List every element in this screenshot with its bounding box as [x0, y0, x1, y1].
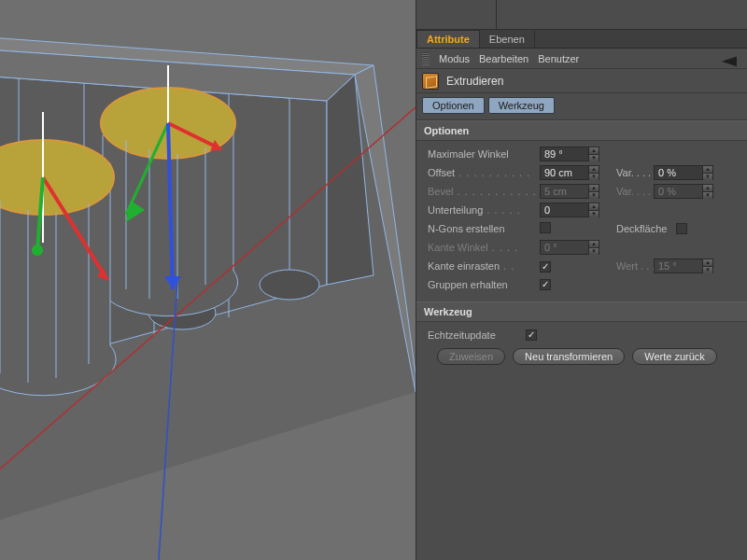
input-offset[interactable] [540, 165, 588, 180]
viewport-3d[interactable] [0, 0, 416, 560]
svg-point-13 [260, 270, 319, 300]
button-neu-transformieren[interactable]: Neu transformieren [513, 348, 625, 365]
input-offset-var[interactable] [654, 165, 702, 180]
spinner-max-winkel[interactable]: ▲▼ [588, 147, 599, 161]
label-max-winkel: Maximaler Winkel [428, 148, 540, 160]
button-werte-zurueck[interactable]: Werte zurück [632, 348, 717, 365]
subtab-optionen[interactable]: Optionen [422, 97, 485, 114]
extrude-icon [422, 73, 439, 90]
section-optionen: Maximaler Winkel ▲▼ Offset . . . . . . .… [416, 141, 747, 301]
spinner-wert[interactable]: ▲▼ [702, 259, 713, 273]
grip-handle[interactable] [422, 52, 430, 65]
section-werkzeug: Echtzeitupdate ✓ Zuweisen Neu transformi… [416, 322, 747, 376]
spinner-offset[interactable]: ▲▼ [588, 165, 599, 180]
label-bevel-var: Var. . . . . [599, 186, 654, 197]
label-deckflaeche: Deckfläche [599, 223, 676, 234]
label-ngons: N-Gons erstellen [428, 223, 540, 234]
label-kante-winkel: Kante Winkel . . . . [428, 242, 540, 253]
checkbox-kante-einrasten[interactable]: ✓ [540, 261, 551, 273]
section-title-werkzeug: Werkzeug [416, 301, 747, 322]
checkbox-echtzeit[interactable]: ✓ [526, 329, 537, 341]
tab-attribute[interactable]: Attribute [416, 30, 480, 48]
checkbox-ngons[interactable] [540, 222, 551, 233]
attribute-menubar: Modus Bearbeiten Benutzer ◄ [416, 49, 747, 69]
menu-benutzer[interactable]: Benutzer [538, 53, 579, 64]
input-bevel-var[interactable] [654, 184, 702, 199]
tool-name: Extrudieren [446, 75, 503, 88]
label-bevel: Bevel . . . . . . . . . . . [428, 186, 540, 197]
spinner-kante-winkel[interactable]: ▲▼ [588, 240, 599, 255]
spinner-bevel[interactable]: ▲▼ [588, 184, 599, 199]
checkbox-deckflaeche[interactable] [676, 223, 687, 234]
label-wert: Wert . . . . . [599, 260, 654, 272]
label-echtzeit: Echtzeitupdate [428, 329, 526, 341]
button-zuweisen[interactable]: Zuweisen [437, 348, 505, 365]
spinner-offset-var[interactable]: ▲▼ [702, 165, 713, 180]
label-gruppen: Gruppen erhalten [428, 279, 540, 290]
menu-bearbeiten[interactable]: Bearbeiten [479, 53, 529, 64]
nav-back-icon[interactable]: ◄ [717, 51, 742, 71]
input-wert[interactable] [654, 259, 702, 273]
tab-ebenen[interactable]: Ebenen [480, 31, 535, 48]
panel-tabs: Attribute Ebenen [416, 30, 747, 49]
input-unterteilung[interactable] [540, 203, 588, 217]
tool-subtabs: Optionen Werkzeug [416, 93, 747, 120]
attribute-panel: Attribute Ebenen Modus Bearbeiten Benutz… [416, 0, 747, 560]
input-bevel[interactable] [540, 184, 588, 199]
input-max-winkel[interactable] [540, 147, 588, 161]
label-offset: Offset . . . . . . . . . . [428, 167, 540, 178]
label-offset-var: Var. . . . . [599, 167, 654, 178]
checkbox-gruppen[interactable]: ✓ [540, 279, 551, 290]
spinner-bevel-var[interactable]: ▲▼ [702, 184, 713, 199]
menu-modus[interactable]: Modus [439, 53, 470, 64]
input-kante-winkel[interactable] [540, 240, 588, 255]
section-title-optionen: Optionen [416, 120, 747, 141]
spinner-unterteilung[interactable]: ▲▼ [588, 203, 599, 217]
label-unterteilung: Unterteilung . . . . . [428, 204, 540, 216]
label-kante-einrasten: Kante einrasten . . [428, 260, 540, 272]
subtab-werkzeug[interactable]: Werkzeug [488, 97, 555, 114]
svg-point-30 [32, 245, 43, 256]
upper-panel-placeholder [416, 0, 747, 30]
tool-header: Extrudieren [416, 69, 747, 93]
